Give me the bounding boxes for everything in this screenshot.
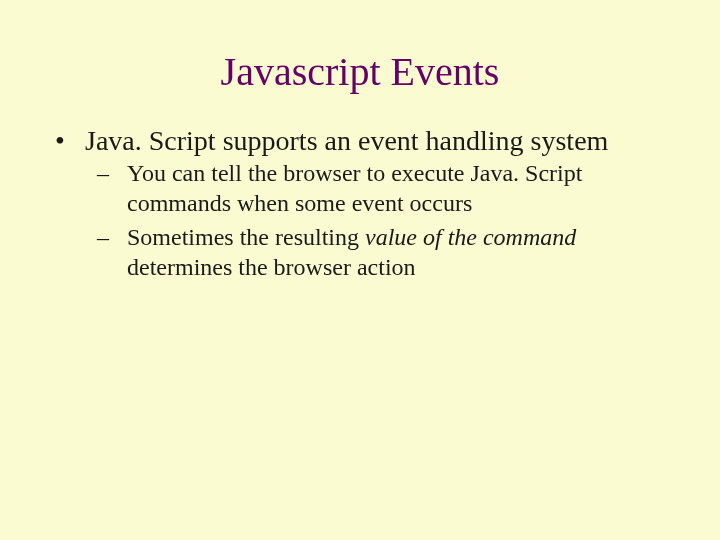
sub-bullet-text-italic: value of the command <box>365 224 576 250</box>
slide: Javascript Events Java. Script supports … <box>0 0 720 540</box>
sub-bullet-text-suffix: determines the browser action <box>127 254 416 280</box>
sub-bullet: You can tell the browser to execute Java… <box>97 158 665 218</box>
bullet-level1: Java. Script supports an event handling … <box>55 123 665 282</box>
sub-bullet: Sometimes the resulting value of the com… <box>97 222 665 282</box>
slide-title: Javascript Events <box>0 0 720 123</box>
sub-bullets: You can tell the browser to execute Java… <box>85 158 665 282</box>
sub-bullet-text-prefix: Sometimes the resulting <box>127 224 365 250</box>
bullet-text: Java. Script supports an event handling … <box>85 125 608 156</box>
sub-bullet-text: You can tell the browser to execute Java… <box>127 160 582 216</box>
slide-body: Java. Script supports an event handling … <box>0 123 720 282</box>
